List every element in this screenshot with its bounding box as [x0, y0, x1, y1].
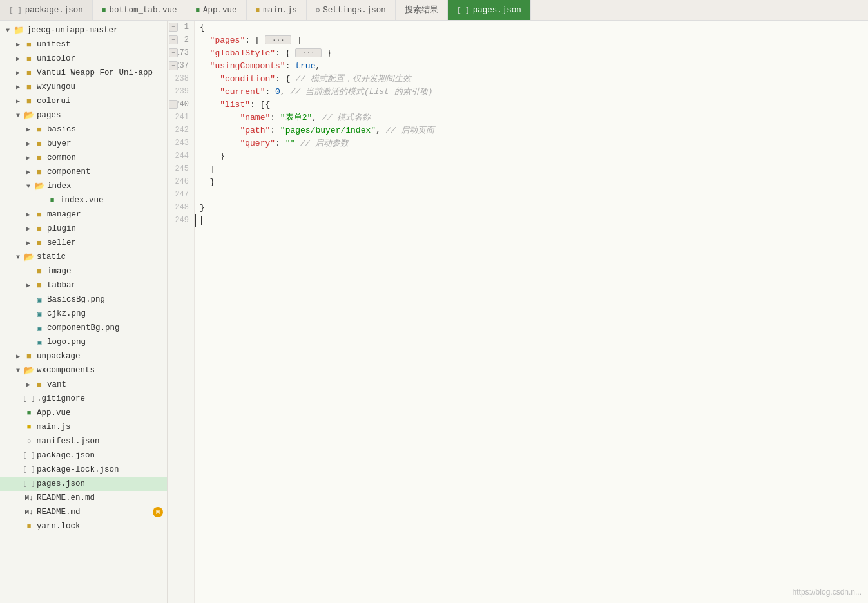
- tree-label: index: [47, 182, 72, 191]
- brace: }: [200, 203, 205, 213]
- tree-item-tabbar[interactable]: ▶ ■ tabbar: [0, 278, 167, 292]
- tree-item-plugin[interactable]: ▶ ■ plugin: [0, 222, 167, 236]
- tree-item-colorui[interactable]: ▶ ■ colorui: [0, 94, 167, 108]
- code-line-246: }: [195, 175, 868, 188]
- tree-item-pages[interactable]: ▼ 📂 pages: [0, 108, 167, 122]
- comment: // 模式配置，仅开发期间生效: [295, 73, 410, 84]
- arrow-icon: ▶: [13, 352, 23, 360]
- tree-item-componentbg[interactable]: ▣ componentBg.png: [0, 321, 167, 335]
- collapse-btn[interactable]: −: [169, 35, 178, 44]
- indent: [200, 74, 220, 84]
- tree-label: buyer: [47, 139, 72, 148]
- tree-item-package-lock-json[interactable]: [ ] package-lock.json: [0, 463, 167, 477]
- line-number-246: 246: [168, 175, 194, 188]
- tree-label: package-lock.json: [37, 465, 119, 474]
- tree-item-basics[interactable]: ▶ ■ basics: [0, 122, 167, 137]
- string-value: "pages/buyer/index": [280, 126, 376, 135]
- folder-open-icon: 📂: [23, 365, 35, 376]
- key: "list": [220, 100, 250, 110]
- tree-label: seller: [47, 238, 76, 247]
- tree-item-package-json[interactable]: [ ] package.json: [0, 448, 167, 463]
- tree-item-manager[interactable]: ▶ ■ manager: [0, 207, 167, 222]
- tree-item-wxyungou[interactable]: ▶ ■ wxyungou: [0, 80, 167, 94]
- tree-item-index-vue[interactable]: ■ index.vue: [0, 193, 167, 207]
- folder-open-icon: 📂: [34, 181, 45, 191]
- brace: }: [327, 48, 332, 58]
- tree-label: BasicsBg.png: [47, 295, 105, 304]
- folder-icon: ■: [23, 97, 35, 106]
- tree-item-buyer[interactable]: ▶ ■ buyer: [0, 137, 167, 151]
- brace: {: [200, 23, 205, 32]
- tree-item-root[interactable]: ▼ 📁 jeecg-uniapp-master: [0, 23, 167, 37]
- folder-icon: ■: [34, 210, 45, 220]
- collapse-btn[interactable]: −: [169, 100, 178, 109]
- tree-label: wxyungou: [37, 82, 75, 91]
- collapsed-ellipsis[interactable]: ···: [295, 48, 322, 57]
- comment: // 启动页面: [386, 124, 434, 136]
- tree-item-vantui[interactable]: ▶ ■ Vantui Weapp For Uni-app: [0, 66, 167, 80]
- vue-icon: ■: [102, 6, 106, 14]
- tree-item-unpackage[interactable]: ▶ ■ unpackage: [0, 349, 167, 363]
- md-icon: M↓: [23, 494, 35, 502]
- indent: [200, 100, 220, 110]
- tree-item-basicsbg[interactable]: ▣ BasicsBg.png: [0, 292, 167, 307]
- tree-item-pages-json[interactable]: [ ] pages.json: [0, 477, 167, 491]
- arrow-down-icon: ▼: [13, 367, 23, 374]
- tree-item-index[interactable]: ▼ 📂 index: [0, 179, 167, 193]
- key: "name": [240, 113, 270, 122]
- tab-settings-json[interactable]: ⚙ Settings.json: [307, 0, 396, 20]
- indent: [200, 126, 240, 135]
- tree-item-gitignore[interactable]: [ ] .gitignore: [0, 392, 167, 406]
- tree-item-cjkz[interactable]: ▣ cjkz.png: [0, 307, 167, 321]
- arrow-icon: ▶: [23, 126, 34, 133]
- tab-app-vue[interactable]: ■ App.vue: [186, 0, 246, 20]
- tree-item-component[interactable]: ▶ ■ component: [0, 165, 167, 179]
- key: "query": [240, 139, 275, 148]
- tab-pages-json[interactable]: [ ] pages.json: [448, 0, 531, 20]
- tab-label: bottom_tab.vue: [109, 6, 177, 15]
- tree-item-app-vue[interactable]: ■ App.vue: [0, 406, 167, 420]
- tree-item-seller[interactable]: ▶ ■ seller: [0, 236, 167, 250]
- tree-item-image[interactable]: ■ image: [0, 264, 167, 278]
- code-line-242: "path" : "pages/buyer/index" , // 启动页面: [195, 124, 868, 137]
- tree-item-unicolor[interactable]: ▶ ■ unicolor: [0, 52, 167, 66]
- collapse-btn[interactable]: −: [169, 48, 178, 57]
- tree-item-static[interactable]: ▼ 📂 static: [0, 250, 167, 264]
- vue-file-icon: ■: [46, 196, 58, 204]
- line-number-248: 248: [168, 201, 194, 214]
- tree-label: logo.png: [47, 338, 86, 347]
- tree-item-yarn-lock[interactable]: ■ yarn.lock: [0, 519, 167, 533]
- json-bracket-icon: [ ]: [9, 6, 22, 14]
- code-content: −1 −2 −173 −237 238 239 −240 241 242 243…: [168, 21, 868, 603]
- tree-item-common[interactable]: ▶ ■ common: [0, 151, 167, 165]
- tree-label: unitest: [37, 40, 71, 49]
- tab-main-js[interactable]: ■ main.js: [247, 0, 307, 20]
- tab-bottom-tab-vue[interactable]: ■ bottom_tab.vue: [93, 0, 187, 20]
- tab-package-json[interactable]: [ ] package.json: [0, 0, 93, 20]
- code-editor[interactable]: −1 −2 −173 −237 238 239 −240 241 242 243…: [168, 21, 868, 603]
- tree-item-wxcomponents[interactable]: ▼ 📂 wxcomponents: [0, 363, 167, 378]
- code-lines[interactable]: { "pages" : [ ··· ] "globalStyle": [195, 21, 868, 603]
- tree-item-logo[interactable]: ▣ logo.png: [0, 335, 167, 349]
- arrow-icon: ▶: [23, 154, 34, 162]
- collapsed-ellipsis[interactable]: ···: [265, 35, 291, 44]
- collapse-btn[interactable]: −: [169, 61, 178, 70]
- line-number-238: 238: [168, 72, 194, 85]
- tree-item-unitest[interactable]: ▶ ■ unitest: [0, 37, 167, 52]
- code-line-237: "usingComponts" : true ,: [195, 59, 868, 72]
- arrow-icon: ▶: [23, 282, 34, 289]
- tree-item-main-js[interactable]: ■ main.js: [0, 420, 167, 434]
- tree-item-manifest-json[interactable]: ○ manifest.json: [0, 434, 167, 448]
- folder-icon: ■: [34, 238, 45, 248]
- tree-item-vant[interactable]: ▶ ■ vant: [0, 378, 167, 392]
- tree-label: pages: [37, 111, 61, 120]
- tree-item-readme[interactable]: M↓ README.md M: [0, 505, 167, 519]
- collapse-btn[interactable]: −: [169, 23, 178, 32]
- indent: [200, 139, 240, 148]
- json-circle-icon: ○: [23, 437, 35, 445]
- folder-icon: 📁: [13, 25, 24, 35]
- tree-item-readme-en[interactable]: M↓ README.en.md: [0, 491, 167, 505]
- tab-search-result[interactable]: 搜索结果: [396, 0, 448, 20]
- code-line-173: "globalStyle" : { ··· }: [195, 46, 868, 59]
- number-value: 0: [275, 87, 280, 97]
